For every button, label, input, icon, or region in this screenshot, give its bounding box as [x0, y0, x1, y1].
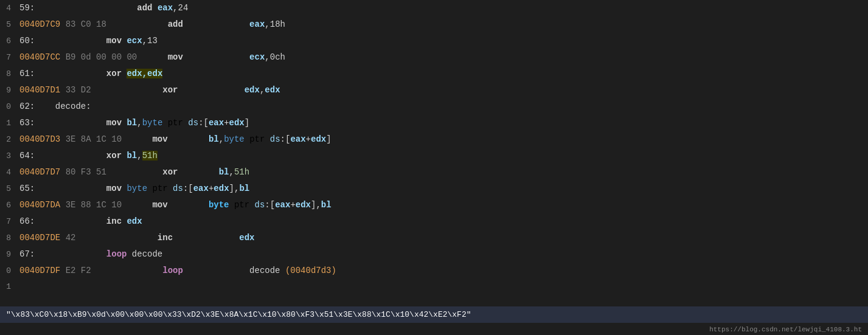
code-token: , [229, 167, 234, 177]
code-token: ] [326, 134, 331, 144]
code-token: 67: [19, 249, 35, 259]
line-number: 6 [0, 198, 17, 213]
bottom-bar: "\x83\xC0\x18\xB9\x0d\x00\x00\x00\x33\xD… [0, 306, 868, 323]
code-token: 0040D7DF [19, 266, 60, 275]
code-token: 62: decode: [19, 102, 91, 111]
code-token: eax [209, 118, 224, 128]
code-line: 766: inc edx [0, 213, 868, 230]
code-token: edx [311, 134, 326, 144]
code-token: bl [127, 151, 137, 161]
code-token: edx [214, 184, 229, 193]
code-line: 90040D7D1 33 D2 xor edx,edx [0, 82, 868, 98]
line-number: 9 [0, 247, 17, 263]
code-token: edx [296, 200, 311, 210]
line-content: 0040D7D1 33 D2 xor edx,edx [17, 82, 868, 98]
code-token: ecx [249, 52, 265, 62]
code-token: ], [229, 184, 240, 193]
code-line: 565: mov byte ptr ds:[eax+edx],bl [0, 181, 868, 197]
code-token: :[ [280, 134, 291, 144]
line-content: 0040D7D3 3E 8A 1C 10 mov bl,byte ptr ds:… [17, 131, 868, 147]
line-number: 7 [0, 50, 17, 66]
line-content: 60: mov ecx,13 [17, 33, 868, 49]
code-token: , [137, 118, 142, 128]
code-token: 0040D7CC [19, 52, 60, 62]
code-token: eax [158, 3, 173, 13]
line-content: 59: add eax,24 [17, 0, 868, 16]
code-token: loop [106, 249, 127, 259]
code-token: mov [152, 134, 167, 144]
code-token: 0040D7DE [19, 233, 60, 243]
line-content: 0040D7CC B9 0d 00 00 00 mov ecx,0ch [17, 49, 868, 65]
code-token: add [168, 19, 183, 29]
bottom-bar-text: "\x83\xC0\x18\xB9\x0d\x00\x00\x00\x33\xD… [6, 310, 471, 319]
code-token: xor [162, 167, 178, 177]
code-token: eax [275, 200, 290, 210]
code-token: 51h [234, 167, 249, 177]
code-token: decode [132, 249, 162, 259]
code-token: xor [106, 69, 122, 78]
code-token: :[ [183, 184, 193, 193]
code-token: :[ [265, 200, 275, 210]
status-url: https://blog.csdn.net/lewjqi_4108.3.ht [709, 326, 862, 333]
line-content: 0040D7D7 80 F3 51 xor bl,51h [17, 164, 868, 180]
code-token: 0040D7C9 [19, 19, 60, 29]
code-token: xor [106, 151, 122, 161]
line-number: 5 [0, 181, 17, 197]
code-token: edx [239, 233, 254, 243]
code-line: 40040D7D7 80 F3 51 xor bl,51h [0, 164, 868, 181]
code-line: 20040D7D3 3E 8A 1C 10 mov bl,byte ptr ds… [0, 131, 868, 148]
code-line: 163: mov bl,byte ptr ds:[eax+edx] [0, 115, 868, 131]
code-token: add [137, 3, 152, 13]
code-token: eax [193, 184, 209, 193]
code-token: 65: [19, 184, 35, 193]
code-line: 00040D7DF E2 F2 loop decode (0040d7d3) [0, 263, 868, 279]
code-token: bl [127, 118, 137, 128]
code-token: 61: [19, 69, 35, 78]
code-token: 42 [66, 233, 76, 243]
code-token: loop [162, 266, 183, 275]
line-number: 9 [0, 83, 17, 98]
code-token: 51h [142, 151, 158, 161]
code-token: bl [209, 134, 219, 144]
status-bar: https://blog.csdn.net/lewjqi_4108.3.ht [0, 323, 868, 335]
line-number: 4 [0, 165, 17, 181]
code-token: inc [106, 216, 122, 226]
line-content: 66: inc edx [17, 213, 868, 229]
code-token: mov [106, 184, 122, 193]
code-token: 3E 88 1C 10 [66, 200, 122, 210]
code-token: edx [265, 85, 280, 95]
code-token: edx [127, 216, 142, 226]
code-token: 83 C0 18 [66, 19, 106, 29]
code-token: ds [188, 118, 198, 128]
code-token: 80 F3 51 [66, 167, 106, 177]
code-token: mov [152, 200, 167, 210]
code-token: edx [245, 85, 260, 95]
code-token: 0040D7D1 [19, 85, 60, 95]
line-number: 3 [0, 148, 17, 164]
code-token: B9 0d 00 00 00 [66, 52, 137, 62]
line-content: 64: xor bl,51h [17, 148, 868, 164]
line-number: 0 [0, 99, 17, 115]
line-content: 63: mov bl,byte ptr ds:[eax+edx] [17, 115, 868, 131]
code-token: ,13 [142, 36, 158, 46]
code-token: byte [127, 184, 147, 193]
code-token: edx,edx [127, 69, 162, 78]
line-content: 0040D7DF E2 F2 loop decode (0040d7d3) [17, 263, 868, 278]
code-token: decode [249, 266, 285, 275]
code-token: ds [270, 134, 280, 144]
code-token: ] [245, 118, 249, 128]
line-number: 6 [0, 33, 17, 49]
line-content: 67: loop decode [17, 246, 868, 262]
code-token: eax [290, 134, 305, 144]
line-number: 1 [0, 116, 17, 131]
code-token: mov [168, 52, 183, 62]
code-token: ds [255, 200, 265, 210]
code-token: 33 D2 [66, 85, 91, 95]
code-token: 0040D7DA [19, 200, 60, 210]
code-token: + [306, 134, 311, 144]
code-token: ,0ch [265, 52, 285, 62]
code-token: inc [158, 233, 173, 243]
line-number: 1 [0, 279, 17, 295]
code-line: 80040D7DE 42 inc edx [0, 230, 868, 246]
line-content: 0040D7DE 42 inc edx [17, 230, 868, 246]
